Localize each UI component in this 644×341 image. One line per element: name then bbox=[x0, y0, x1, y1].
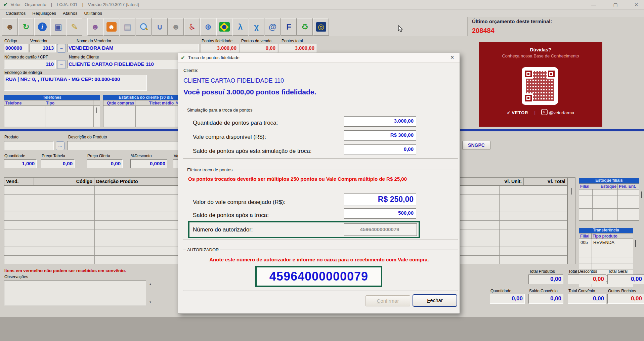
estoque-body[interactable] bbox=[579, 189, 639, 221]
transferencia-row-tipo[interactable]: REVENDA bbox=[593, 240, 614, 245]
sngpc-button[interactable]: SNGPC bbox=[462, 141, 490, 150]
endereco-field: RUA | NR.: 0, , ITUIUTABA - MG CEP: 00.0… bbox=[4, 75, 147, 91]
brand-divider: | bbox=[534, 110, 535, 115]
total-produtos-field: 0,00 bbox=[528, 274, 563, 284]
transferencia-scrollbar[interactable] bbox=[635, 240, 636, 247]
estatistica-col-ticket[interactable]: Ticket médio bbox=[135, 100, 175, 106]
preco-oferta-field[interactable]: 0,00 bbox=[87, 159, 123, 168]
dialog-cliente-label: Cliente: bbox=[183, 68, 198, 73]
estatistica-col-qtde[interactable]: Qtde compras bbox=[103, 100, 135, 106]
autorizador-number: 45964000000079 bbox=[257, 267, 381, 286]
telefones-col-telefone[interactable]: Telefone bbox=[4, 100, 45, 106]
autorizador-legend: AUTORIZADOR bbox=[186, 247, 220, 252]
observacoes-textarea[interactable] bbox=[4, 281, 146, 305]
grid-col-codigo[interactable]: Código bbox=[34, 177, 94, 185]
autorizador-number-box: 45964000000079 bbox=[255, 266, 382, 287]
copy-document-icon: ▤ bbox=[124, 23, 131, 31]
quantidade-field[interactable]: 1,000 bbox=[4, 159, 37, 168]
observacoes-scroll-down[interactable]: ▼ bbox=[148, 300, 153, 305]
brazil-flag-icon bbox=[219, 22, 230, 32]
pontos-venda-label: Pontos da venda bbox=[241, 39, 271, 43]
observacoes-scroll-up[interactable]: ▲ bbox=[148, 282, 153, 287]
sim-row1-field[interactable]: 3.000,00 bbox=[344, 116, 416, 127]
cartao-field[interactable]: 110 bbox=[4, 60, 56, 69]
estoque-col-filial[interactable]: Filial bbox=[579, 183, 592, 189]
edit-button[interactable]: ✎ bbox=[67, 18, 82, 36]
fechar-button[interactable]: Fechar bbox=[413, 294, 457, 307]
transferencia-col-filial[interactable]: Filial bbox=[579, 233, 592, 239]
menu-cadastros[interactable]: Cadastros bbox=[3, 10, 29, 16]
info-button[interactable]: i bbox=[34, 18, 50, 36]
estoque-col-pen[interactable]: Pen. Ent. bbox=[617, 183, 639, 189]
web-store-icon: ⊕ bbox=[205, 23, 211, 31]
chi-button[interactable]: χ bbox=[249, 18, 264, 36]
codigo-field[interactable]: 000000 bbox=[4, 44, 28, 52]
vendedor-field[interactable]: 1013 bbox=[30, 44, 56, 52]
dialog-title: Troca de pontos fidelidade bbox=[188, 55, 240, 60]
items-grid-scrollbar[interactable] bbox=[567, 177, 575, 264]
convenio-warning: Itens em vermelho não podem ser recebido… bbox=[4, 268, 126, 273]
produto-field[interactable] bbox=[4, 141, 54, 150]
recycle-button[interactable]: ♻ bbox=[297, 18, 313, 36]
telefones-col-tipo[interactable]: Tipo bbox=[45, 100, 93, 106]
telefones-scrollbar[interactable] bbox=[96, 108, 97, 113]
saldo-convenio-label: Saldo Convênio bbox=[529, 289, 558, 293]
vendedor-browse-button[interactable]: ... bbox=[57, 44, 66, 53]
produto-browse-button[interactable]: ... bbox=[56, 141, 65, 150]
save-button[interactable]: ▣ bbox=[50, 18, 66, 36]
target-button[interactable]: ◎ bbox=[313, 18, 329, 36]
outros-recbtos-label: Outros Recbtos bbox=[608, 289, 636, 293]
minimize-button[interactable]: — bbox=[586, 0, 601, 9]
cliente-browse-button[interactable]: ... bbox=[57, 60, 66, 69]
nome-vendedor-label: Nome do Vendedor bbox=[77, 39, 111, 43]
version-label: Versão 25.10.3017 (latest) bbox=[88, 2, 139, 7]
nome-vendedor-field[interactable]: VENDEDORA DAM bbox=[67, 44, 199, 52]
sim-row1-label: Quantidade de pontos para troca: bbox=[193, 120, 278, 126]
runner-button[interactable]: λ bbox=[232, 18, 248, 36]
menu-requisicoes[interactable]: Requisições bbox=[29, 10, 59, 16]
toolbar-gap bbox=[83, 18, 87, 35]
copy-document-button[interactable]: ▤ bbox=[120, 18, 135, 36]
menu-atalhos[interactable]: Atalhos bbox=[60, 10, 80, 16]
customers-button[interactable]: ☻ bbox=[87, 18, 103, 36]
pontos-total-field: 3.000,00 bbox=[279, 44, 316, 52]
preco-tabela-field[interactable]: 0,00 bbox=[41, 159, 75, 168]
observacoes-label: Observações bbox=[4, 274, 28, 279]
produto-label: Produto bbox=[4, 135, 18, 139]
spiral-button[interactable]: @ bbox=[265, 18, 281, 36]
estatistica-header: Estatística do cliente (30 dia bbox=[103, 95, 188, 100]
telefones-body[interactable] bbox=[4, 106, 100, 127]
confirmar-button[interactable]: Confirmar bbox=[366, 295, 410, 306]
search-button[interactable] bbox=[136, 18, 152, 36]
transferencia-row-filial[interactable]: 005 bbox=[581, 240, 588, 245]
close-button[interactable]: ✕ bbox=[629, 0, 644, 9]
dialog-title-bar[interactable]: ✔ Troca de pontos fidelidade ✕ bbox=[178, 53, 460, 63]
forca-vendas-button[interactable]: F bbox=[281, 18, 297, 36]
grid-col-vlunit[interactable]: Vl. Unit. bbox=[499, 177, 524, 185]
qr-code bbox=[522, 67, 558, 105]
sync-button[interactable]: ↻ bbox=[18, 18, 34, 36]
web-store-button[interactable]: ⊕ bbox=[200, 18, 216, 36]
photo-clients-button[interactable]: ☻ bbox=[103, 18, 119, 36]
user-button[interactable]: ☻ bbox=[168, 18, 184, 36]
grid-col-vend[interactable]: Vend. bbox=[4, 177, 34, 185]
sim-row2-label: Vale compra disponível (R$): bbox=[193, 134, 266, 140]
accessibility-button[interactable]: ♿ bbox=[184, 18, 200, 36]
estoque-col-estoque[interactable]: Estoque bbox=[592, 183, 618, 189]
menu-utilitarios[interactable]: Utilitários bbox=[81, 10, 105, 16]
catalog-icon: ∪ bbox=[157, 23, 163, 31]
catalog-button[interactable]: ∪ bbox=[152, 18, 168, 36]
brazil-flag-button[interactable] bbox=[216, 18, 232, 36]
add-client-button[interactable]: ☻ bbox=[2, 18, 18, 36]
transferencia-col-tipo[interactable]: Tipo produto bbox=[591, 233, 633, 239]
dialog-close-icon[interactable]: ✕ bbox=[450, 55, 454, 60]
grid-col-vltotal[interactable]: Vl. Total bbox=[523, 177, 567, 185]
restore-button[interactable]: ▢ bbox=[608, 0, 623, 9]
estoque-scrollbar[interactable] bbox=[641, 191, 642, 198]
estatistica-body[interactable] bbox=[103, 106, 188, 127]
recycle-icon: ♻ bbox=[301, 23, 309, 31]
valor-vale-field[interactable]: R$ 250,00 bbox=[344, 194, 416, 206]
total-geral-field: 0,00 bbox=[607, 274, 644, 284]
desconto-field[interactable]: 0,0000 bbox=[130, 159, 167, 168]
troca-pontos-dialog: ✔ Troca de pontos fidelidade ✕ Cliente: … bbox=[178, 53, 460, 314]
